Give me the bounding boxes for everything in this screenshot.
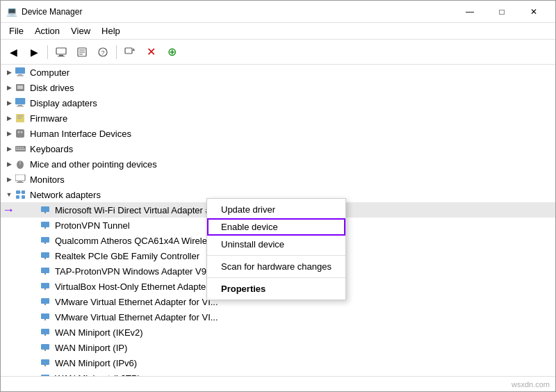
menu-file[interactable]: File [3, 24, 29, 38]
toolbar: ◀ ▶ ? ✕ ⊕ [1, 40, 555, 65]
expand-icon [28, 281, 40, 292]
svg-rect-58 [41, 344, 49, 350]
expand-icon [28, 342, 40, 353]
tree-item-vmware2[interactable]: VMware Virtual Ethernet Adapter for VI..… [1, 309, 555, 325]
menu-action[interactable]: Action [29, 24, 65, 38]
menu-help[interactable]: Help [96, 24, 126, 38]
svg-rect-16 [18, 105, 22, 106]
adapter-icon [40, 280, 52, 293]
tree-item-monitors[interactable]: ▶ Monitors [1, 172, 555, 187]
svg-rect-47 [44, 258, 46, 259]
adapter-icon [40, 372, 52, 376]
svg-rect-32 [15, 174, 25, 181]
tree-label-vmware1: VMware Virtual Ethernet Adapter for VI..… [55, 297, 218, 307]
adapter-icon [40, 326, 52, 338]
expand-icon [28, 357, 40, 368]
tree-label-network: Network adapters [30, 190, 101, 200]
arrow-indicator: → [2, 203, 15, 218]
svg-rect-10 [15, 67, 25, 74]
tree-item-firmware[interactable]: ▶ Firmware [1, 111, 555, 126]
tree-label-monitors: Monitors [30, 174, 65, 185]
expand-icon [28, 296, 40, 307]
tree-item-hid[interactable]: ▶ Human Interface Devices [1, 126, 555, 141]
expand-icon: ▶ [3, 174, 15, 185]
tree-label-tap: TAP-ProtonVPN Windows Adapter V9 [55, 266, 206, 277]
svg-rect-59 [44, 350, 46, 351]
svg-rect-33 [18, 181, 22, 182]
ctx-update-driver[interactable]: Update driver [207, 201, 345, 218]
expand-icon: ▶ [3, 128, 15, 139]
minimize-button[interactable]: — [454, 1, 486, 23]
content-area: ▶ Computer ▶ Disk drives ▶ Display adapt… [1, 65, 555, 376]
tree-item-computer[interactable]: ▶ Computer [1, 65, 555, 80]
adapter-icon [40, 341, 52, 354]
toolbar-computer[interactable] [51, 42, 71, 62]
expand-icon: ▶ [3, 113, 15, 124]
display-icon [15, 97, 27, 109]
tree-item-wan-ikev2[interactable]: WAN Miniport (IKEv2) [1, 325, 555, 340]
expand-icon: ▶ [3, 143, 15, 154]
ctx-enable-device[interactable]: Enable device [207, 218, 345, 236]
expand-icon [28, 266, 40, 277]
menu-view[interactable]: View [65, 24, 96, 38]
tree-view[interactable]: ▶ Computer ▶ Disk drives ▶ Display adapt… [1, 65, 555, 376]
svg-rect-40 [41, 206, 49, 212]
tree-label-mice: Mice and other pointing devices [30, 159, 157, 170]
tree-label-firmware: Firmware [30, 113, 67, 124]
tree-label-realtek: Realtek PCIe GbE Family Controller [55, 251, 199, 261]
toolbar-forward[interactable]: ▶ [24, 42, 44, 62]
svg-rect-51 [44, 288, 46, 290]
keyboard-icon [15, 142, 27, 155]
svg-rect-57 [44, 334, 46, 336]
ctx-uninstall-device[interactable]: Uninstall device [207, 236, 345, 253]
toolbar-sep-2 [116, 45, 117, 59]
adapter-icon [40, 204, 52, 216]
expand-icon [28, 327, 40, 338]
tree-item-mice[interactable]: ▶ Mice and other pointing devices [1, 156, 555, 172]
tree-label-wan-ip: WAN Miniport (IP) [55, 343, 127, 353]
svg-rect-21 [16, 129, 24, 138]
tree-item-disk[interactable]: ▶ Disk drives [1, 80, 555, 95]
svg-rect-55 [44, 319, 46, 320]
svg-rect-56 [41, 329, 49, 334]
window-icon: 💻 [6, 6, 17, 17]
adapter-icon [40, 295, 52, 308]
adapter-icon [40, 234, 52, 247]
toolbar-back[interactable]: ◀ [3, 42, 23, 62]
tree-label-wan-ikev2: WAN Miniport (IKEv2) [55, 327, 143, 338]
svg-rect-0 [56, 48, 66, 54]
tree-item-wan-l2tp[interactable]: WAN Miniport (L2TP) [1, 370, 555, 376]
toolbar-scan[interactable] [120, 42, 140, 62]
tree-item-wan-ipv6[interactable]: WAN Miniport (IPv6) [1, 355, 555, 370]
maximize-button[interactable]: □ [486, 1, 518, 23]
expand-icon [28, 311, 40, 322]
ctx-properties[interactable]: Properties [207, 280, 345, 297]
title-bar-controls: — □ ✕ [454, 1, 550, 23]
expand-icon: ▶ [3, 97, 15, 108]
svg-point-23 [21, 131, 23, 133]
monitor-icon [15, 173, 27, 186]
svg-point-22 [18, 131, 20, 133]
toolbar-help[interactable]: ? [93, 42, 113, 62]
tree-label-wan-l2tp: WAN Miniport (L2TP) [55, 373, 140, 377]
tree-item-wan-ip[interactable]: WAN Miniport (IP) [1, 340, 555, 355]
svg-rect-29 [16, 149, 25, 150]
context-menu: Update driver Enable device Uninstall de… [206, 198, 346, 300]
ctx-scan-hardware[interactable]: Scan for hardware changes [207, 258, 345, 275]
close-button[interactable]: ✕ [518, 1, 550, 23]
tree-item-keyboards[interactable]: ▶ Keyboards [1, 141, 555, 156]
tree-label-qualcomm: Qualcomm Atheros QCA61x4A Wireless... [55, 236, 224, 246]
hid-icon [15, 127, 27, 140]
adapter-icon [40, 311, 52, 323]
tree-item-display[interactable]: ▶ Display adapters [1, 95, 555, 111]
svg-rect-43 [44, 227, 46, 229]
expand-icon: ▶ [3, 82, 15, 93]
tree-label-computer: Computer [30, 67, 70, 78]
toolbar-properties[interactable] [72, 42, 92, 62]
svg-rect-15 [15, 98, 25, 104]
toolbar-uninstall[interactable]: ✕ [141, 42, 161, 62]
svg-rect-61 [44, 365, 46, 366]
expand-icon [28, 204, 40, 215]
adapter-icon [40, 357, 52, 369]
toolbar-update[interactable]: ⊕ [162, 42, 181, 62]
